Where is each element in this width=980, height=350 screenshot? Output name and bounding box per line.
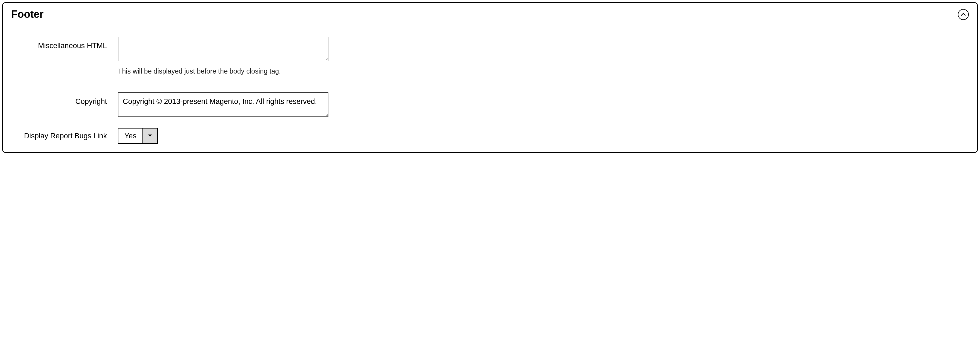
panel-header: Footer — [11, 8, 969, 20]
display-bugs-select[interactable]: Yes — [118, 128, 158, 144]
misc-html-textarea[interactable] — [118, 37, 328, 61]
display-bugs-value: Yes — [118, 129, 142, 143]
footer-panel: Footer Miscellaneous HTML This will be d… — [2, 2, 978, 153]
select-caret — [142, 129, 157, 143]
chevron-down-icon — [148, 134, 152, 138]
copyright-control — [118, 92, 328, 117]
panel-title: Footer — [11, 8, 43, 20]
copyright-label: Copyright — [11, 92, 118, 106]
misc-html-row: Miscellaneous HTML This will be displaye… — [11, 37, 969, 85]
copyright-row: Copyright — [11, 92, 969, 117]
misc-html-label: Miscellaneous HTML — [11, 37, 118, 50]
display-bugs-control: Yes — [118, 128, 158, 144]
display-bugs-row: Display Report Bugs Link Yes — [11, 128, 969, 144]
copyright-textarea[interactable] — [118, 92, 328, 117]
chevron-up-icon — [961, 12, 966, 17]
misc-html-help: This will be displayed just before the b… — [118, 67, 328, 75]
collapse-button[interactable] — [958, 9, 969, 20]
misc-html-control: This will be displayed just before the b… — [118, 37, 328, 85]
display-bugs-label: Display Report Bugs Link — [11, 128, 118, 140]
